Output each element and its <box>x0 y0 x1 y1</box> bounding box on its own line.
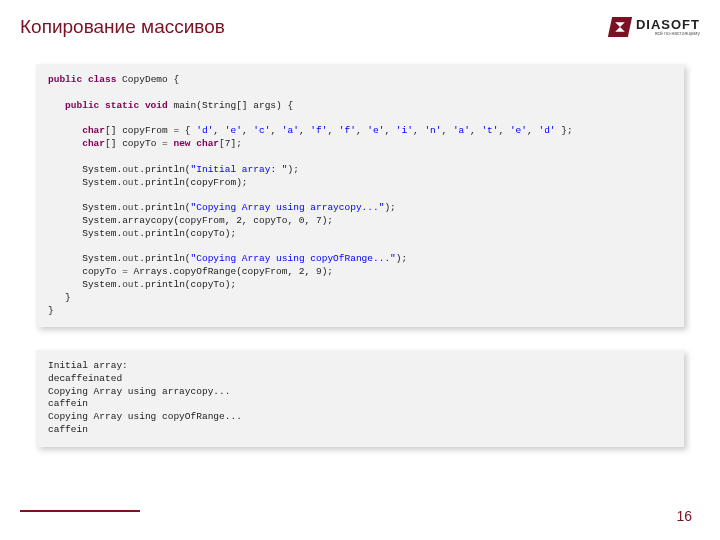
slide-title: Копирование массивов <box>20 16 225 38</box>
slide-header: Копирование массивов DIASOFT всё по-наст… <box>20 16 700 38</box>
page-number: 16 <box>676 508 692 524</box>
output-block: Initial array: decaffeinated Copying Arr… <box>36 350 684 447</box>
code-block: public class CopyDemo { public static vo… <box>36 64 684 327</box>
footer-accent-bar <box>20 510 140 512</box>
logo-mark-icon <box>608 17 632 37</box>
logo-tagline: всё по-настоящему <box>636 31 700 36</box>
brand-logo: DIASOFT всё по-настоящему <box>610 17 700 37</box>
logo-text: DIASOFT всё по-настоящему <box>636 18 700 36</box>
